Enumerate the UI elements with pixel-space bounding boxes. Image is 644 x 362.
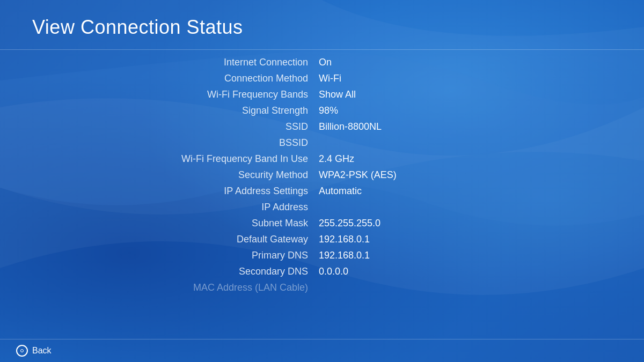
title-bar: View Connection Status — [0, 0, 644, 50]
page-title: View Connection Status — [32, 16, 612, 39]
row-label: Internet Connection — [0, 57, 317, 68]
table-row: BSSID — [0, 135, 644, 151]
row-label: MAC Address (LAN Cable) — [0, 282, 317, 293]
table-row: IP Address — [0, 199, 644, 215]
row-label: Default Gateway — [0, 234, 317, 245]
row-label: Connection Method — [0, 73, 317, 84]
back-label: Back — [32, 346, 52, 356]
row-value: WPA2-PSK (AES) — [317, 169, 397, 181]
table-row: Security MethodWPA2-PSK (AES) — [0, 167, 644, 183]
table-row: Wi-Fi Frequency Band In Use2.4 GHz — [0, 151, 644, 167]
row-label: Wi-Fi Frequency Bands — [0, 89, 317, 100]
row-label: Primary DNS — [0, 250, 317, 261]
table-row: Primary DNS192.168.0.1 — [0, 247, 644, 263]
row-value: Automatic — [317, 186, 362, 197]
table-row: Connection MethodWi-Fi — [0, 70, 644, 86]
row-label: Wi-Fi Frequency Band In Use — [0, 153, 317, 165]
row-label: Secondary DNS — [0, 266, 317, 277]
row-value: Billion-8800NL — [317, 121, 382, 132]
row-value: 192.168.0.1 — [317, 234, 370, 245]
back-button[interactable]: Back — [16, 345, 52, 357]
row-value: On — [317, 57, 332, 68]
table-row: MAC Address (LAN Cable) — [0, 279, 644, 295]
row-label: BSSID — [0, 137, 317, 149]
row-label: Signal Strength — [0, 105, 317, 116]
row-label: SSID — [0, 121, 317, 132]
row-value: 2.4 GHz — [317, 153, 354, 165]
circle-inner-dot — [20, 349, 24, 352]
circle-icon — [16, 345, 28, 357]
row-label: IP Address — [0, 202, 317, 213]
table-row: IP Address SettingsAutomatic — [0, 183, 644, 199]
footer: Back — [0, 339, 644, 362]
row-value: Wi-Fi — [317, 73, 341, 84]
row-value: 192.168.0.1 — [317, 250, 370, 261]
table-row: Subnet Mask255.255.255.0 — [0, 215, 644, 231]
row-value: 98% — [317, 105, 338, 116]
row-label: Security Method — [0, 169, 317, 181]
table-row: Signal Strength98% — [0, 102, 644, 119]
status-table: Internet ConnectionOnConnection MethodWi… — [0, 50, 644, 339]
table-row: Internet ConnectionOn — [0, 54, 644, 70]
row-label: IP Address Settings — [0, 186, 317, 197]
table-row: Secondary DNS0.0.0.0 — [0, 263, 644, 279]
row-value: 255.255.255.0 — [317, 218, 380, 229]
table-row: Default Gateway192.168.0.1 — [0, 231, 644, 247]
table-row: Wi-Fi Frequency BandsShow All — [0, 86, 644, 102]
row-value: 0.0.0.0 — [317, 266, 348, 277]
row-value: Show All — [317, 89, 356, 100]
table-row: SSIDBillion-8800NL — [0, 119, 644, 135]
row-label: Subnet Mask — [0, 218, 317, 229]
